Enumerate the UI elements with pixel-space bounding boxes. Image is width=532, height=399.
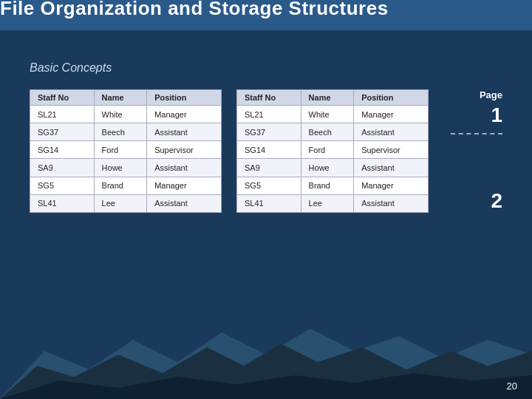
table-cell: Assistant bbox=[354, 159, 429, 177]
table2-col-name: Name bbox=[301, 90, 354, 106]
main-title: File Organization and Storage Structures bbox=[0, 0, 532, 20]
table-row: SG37BeechAssistant bbox=[237, 123, 429, 141]
table-row: SG14FordSupervisor bbox=[30, 141, 222, 159]
footer-page-number: 20 bbox=[507, 381, 517, 392]
title-bar: File Organization and Storage Structures bbox=[0, 0, 532, 30]
table1-col-position: Position bbox=[147, 90, 222, 106]
table-cell: SG37 bbox=[237, 123, 301, 141]
table-cell: Howe bbox=[301, 159, 354, 177]
table-cell: Lee bbox=[301, 194, 354, 212]
page-label: Page bbox=[451, 89, 502, 100]
table-row: SL41LeeAssistant bbox=[237, 194, 429, 212]
page-annotations: Page 1 2 bbox=[443, 89, 502, 213]
table-row: SL41LeeAssistant bbox=[30, 194, 222, 212]
table-cell: SG5 bbox=[237, 177, 301, 194]
subtitle: Basic Concepts bbox=[30, 61, 502, 75]
table-cell: Assistant bbox=[354, 123, 429, 141]
table-cell: SL41 bbox=[237, 194, 301, 212]
page-footer: 20 bbox=[507, 381, 517, 392]
table2-col-staffno: Staff No bbox=[237, 90, 301, 106]
table-cell: SG14 bbox=[30, 141, 95, 159]
content-area: Basic Concepts Staff No Name Position SL… bbox=[0, 42, 532, 220]
table-row: SG5BrandManager bbox=[237, 177, 429, 194]
table-cell: Assistant bbox=[147, 194, 222, 212]
table-cell: Ford bbox=[94, 141, 147, 159]
page-number-2: 2 bbox=[451, 189, 502, 213]
table-cell: Manager bbox=[147, 106, 222, 123]
table-cell: SG14 bbox=[237, 141, 301, 159]
table-row: SL21WhiteManager bbox=[237, 106, 429, 123]
table-cell: Supervisor bbox=[147, 141, 222, 159]
table-cell: Lee bbox=[94, 194, 147, 212]
table-cell: Manager bbox=[354, 106, 429, 123]
table-row: SL21WhiteManager bbox=[30, 106, 222, 123]
page-number-1: 1 bbox=[451, 103, 502, 127]
table-cell: Howe bbox=[94, 159, 147, 177]
table-cell: Supervisor bbox=[354, 141, 429, 159]
table-cell: SG5 bbox=[30, 177, 95, 194]
table-cell: Beech bbox=[94, 123, 147, 141]
table-1: Staff No Name Position SL21WhiteManagerS… bbox=[30, 89, 222, 213]
table2-col-position: Position bbox=[354, 90, 429, 106]
table-cell: SL41 bbox=[30, 194, 95, 212]
table-row: SA9HoweAssistant bbox=[30, 159, 222, 177]
table-cell: Manager bbox=[147, 177, 222, 194]
table-cell: Beech bbox=[301, 123, 354, 141]
table-row: SG14FordSupervisor bbox=[237, 141, 429, 159]
table-cell: Assistant bbox=[147, 159, 222, 177]
tables-row: Staff No Name Position SL21WhiteManagerS… bbox=[30, 89, 502, 213]
table-cell: SL21 bbox=[30, 106, 95, 123]
page-divider bbox=[451, 133, 502, 134]
table-cell: Assistant bbox=[354, 194, 429, 212]
table-cell: Ford bbox=[301, 141, 354, 159]
table-cell: Assistant bbox=[147, 123, 222, 141]
table-row: SG5BrandManager bbox=[30, 177, 222, 194]
table-cell: White bbox=[94, 106, 147, 123]
table-row: SG37BeechAssistant bbox=[30, 123, 222, 141]
table-cell: SL21 bbox=[237, 106, 301, 123]
table-cell: Brand bbox=[94, 177, 147, 194]
table-cell: Manager bbox=[354, 177, 429, 194]
table-cell: Brand bbox=[301, 177, 354, 194]
table1-col-staffno: Staff No bbox=[30, 90, 95, 106]
table-cell: SA9 bbox=[30, 159, 95, 177]
table-row: SA9HoweAssistant bbox=[237, 159, 429, 177]
table-2: Staff No Name Position SL21WhiteManagerS… bbox=[236, 89, 429, 213]
mountain-background bbox=[0, 310, 532, 399]
table1-col-name: Name bbox=[94, 90, 147, 106]
table-cell: SG37 bbox=[30, 123, 95, 141]
table-cell: SA9 bbox=[237, 159, 301, 177]
table-cell: White bbox=[301, 106, 354, 123]
